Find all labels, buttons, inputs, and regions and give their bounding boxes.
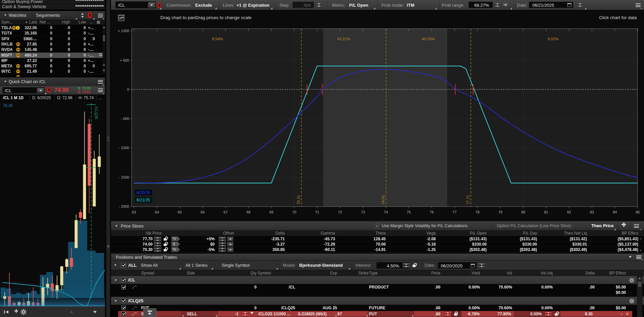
svg-text:64: 64: [155, 210, 159, 214]
svg-text:74.01: 74.01: [381, 195, 385, 204]
svg-text:63: 63: [132, 210, 136, 214]
svg-text:- 2000: - 2000: [119, 204, 129, 208]
svg-text:70: 70: [292, 210, 296, 214]
svg-text:83: 83: [590, 210, 594, 214]
svg-text:- 500: - 500: [121, 117, 129, 121]
svg-text:0: 0: [127, 87, 129, 91]
svg-text:9.02%: 9.02%: [548, 37, 559, 41]
svg-text:80: 80: [521, 210, 525, 214]
svg-text:82: 82: [567, 210, 571, 214]
svg-text:68: 68: [247, 210, 251, 214]
svg-text:65: 65: [178, 210, 182, 214]
svg-text:75: 75: [407, 210, 411, 214]
svg-text:74: 74: [384, 210, 388, 214]
svg-text:77.71: 77.71: [466, 195, 470, 204]
svg-text:85: 85: [636, 210, 640, 214]
svg-text:70.31: 70.31: [297, 195, 301, 204]
svg-text:42.21%: 42.21%: [337, 37, 350, 41]
svg-text:66: 66: [201, 210, 205, 214]
svg-text:8.54%: 8.54%: [212, 37, 223, 41]
svg-text:67: 67: [223, 210, 227, 214]
svg-text:72: 72: [338, 210, 342, 214]
svg-text:- 1500: - 1500: [119, 175, 129, 179]
svg-text:81: 81: [544, 210, 548, 214]
svg-text:84: 84: [613, 210, 617, 214]
svg-text:76: 76: [430, 210, 434, 214]
svg-text:71: 71: [315, 210, 319, 214]
svg-text:+ 500: + 500: [120, 58, 129, 62]
svg-text:78: 78: [475, 210, 479, 214]
svg-text:+ 1000: + 1000: [118, 29, 129, 33]
svg-text:/CLQ25: /CLQ25: [94, 107, 98, 119]
svg-text:73: 73: [361, 210, 365, 214]
svg-text:69: 69: [269, 210, 273, 214]
svg-text:6/20/25: 6/20/25: [137, 190, 150, 195]
svg-text:79: 79: [498, 210, 502, 214]
svg-text:- 1000: - 1000: [119, 146, 129, 150]
svg-text:78.38: 78.38: [3, 103, 13, 108]
svg-text:40.23%: 40.23%: [422, 37, 435, 41]
svg-text:77: 77: [452, 210, 457, 214]
svg-text:6/21/25: 6/21/25: [137, 198, 150, 202]
